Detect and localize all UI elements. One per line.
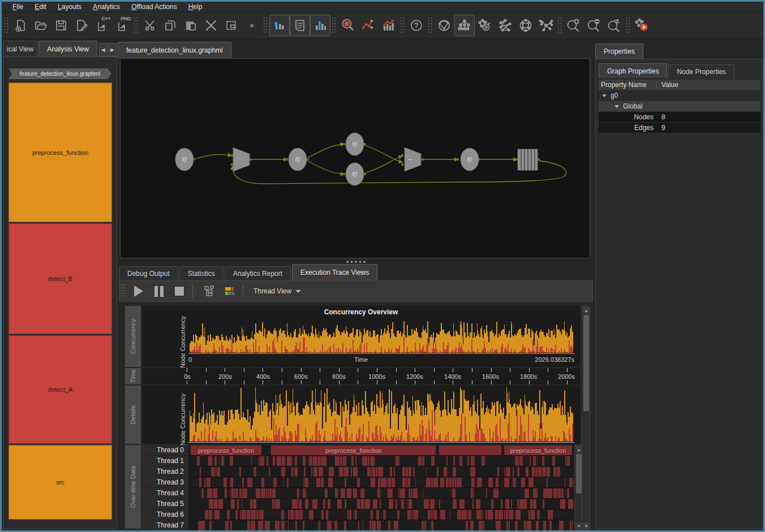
report-button[interactable] (290, 15, 310, 36)
stop-button[interactable] (171, 283, 188, 299)
details-concurrency-chart[interactable]: Node Concurrency (142, 386, 580, 444)
menu-analytics[interactable]: Analytics (88, 2, 125, 11)
trace-views-button[interactable] (269, 15, 290, 36)
tab-analysis-view[interactable]: Analysis View (38, 41, 97, 57)
thread-row-label[interactable]: Thread 0 (142, 445, 188, 456)
toolbar-grip[interactable] (400, 17, 405, 34)
section-band-concurrency[interactable]: Concurrency (125, 306, 141, 367)
tab-analytics-report[interactable]: Analytics Report (225, 266, 291, 280)
tab-debug-output[interactable]: Debug Output (119, 266, 178, 280)
graph-node-join[interactable] (405, 148, 421, 171)
zoom-in-button[interactable] (564, 15, 584, 36)
save-file-button[interactable] (51, 15, 71, 36)
menu-layouts[interactable]: Layouts (53, 2, 87, 11)
thread-timeline[interactable]: Thread 0 Thread 1 Thread 2 Thread 3 Thre… (142, 445, 580, 530)
toolbar-grip[interactable] (121, 284, 126, 299)
tab-scroll-left-button[interactable]: ◀ (99, 43, 108, 57)
toolbar-grip[interactable] (557, 17, 562, 34)
thread-gantt-rows[interactable] (190, 456, 573, 530)
thread-row-label[interactable]: Thread 4 (142, 488, 188, 499)
toolbar-grip[interactable] (428, 17, 433, 34)
section-band-overtime[interactable]: Over-time Data (125, 445, 141, 529)
thread-row-label[interactable]: Thread 6 (142, 509, 188, 520)
tab-hierarchical-view[interactable]: ical View (3, 41, 37, 57)
zoom-fit-button[interactable] (604, 15, 625, 36)
treemap-block-src[interactable]: src (8, 445, 112, 520)
help-button[interactable]: ? (406, 15, 427, 36)
graph-canvas[interactable]: f() f() f() f() f() – (120, 58, 590, 258)
property-row-edges[interactable]: Edges 9 (599, 123, 760, 133)
section-band-details[interactable]: Details (125, 386, 141, 444)
legend-colors-button[interactable] (221, 283, 238, 299)
property-row-global[interactable]: Global (599, 101, 760, 112)
treemap-block-preprocess_function[interactable]: preprocess_function (8, 83, 112, 222)
menu-edit[interactable]: Edit (29, 2, 51, 11)
thread-row-label[interactable]: Thread 7 (142, 520, 188, 530)
time-ruler[interactable]: 0s 200s 400s 600s 800s 1000s 1200s 1400s… (142, 368, 580, 384)
chart-button[interactable] (310, 15, 330, 36)
toolbar-grip[interactable] (4, 17, 9, 34)
treemap-block-detect_A[interactable]: detect_A (8, 335, 112, 444)
expander-icon[interactable] (614, 105, 619, 108)
copy-button[interactable] (160, 15, 180, 36)
open-file-button[interactable] (31, 15, 51, 36)
layout-radial-button[interactable] (536, 15, 556, 36)
toolbar-grip[interactable] (332, 17, 337, 34)
play-button[interactable] (130, 283, 147, 299)
export-cpp-button[interactable]: C++ (92, 15, 112, 36)
property-row-nodes[interactable]: Nodes 8 (599, 112, 760, 123)
pause-button[interactable] (151, 283, 167, 299)
scroll-down-icon[interactable]: ▼ (583, 522, 590, 529)
scrollbar-thumb[interactable] (576, 454, 582, 494)
expander-icon[interactable] (602, 94, 607, 97)
statistics-button[interactable] (379, 15, 399, 36)
new-file-button[interactable] (10, 15, 31, 36)
graph-node-limiter[interactable] (233, 148, 250, 171)
toolbar-grip[interactable] (626, 17, 631, 34)
concurrency-overview-chart[interactable]: Concurrency Overview Node Concurrency 0 … (142, 306, 580, 367)
paste-button[interactable] (180, 15, 201, 36)
menu-offload-actions[interactable]: Offload Actions (126, 2, 182, 11)
breadcrumb[interactable]: feature_detection_linux.graphml (8, 68, 111, 79)
section-band-time[interactable]: Time (125, 368, 141, 384)
thread0-task-block[interactable]: preprocess_function (191, 446, 263, 455)
run-graph-button[interactable] (632, 15, 652, 36)
layout-hierarchical-button[interactable] (454, 15, 475, 36)
layout-clustered-button[interactable] (515, 15, 536, 36)
edit-file-button[interactable] (71, 15, 92, 36)
debug-button[interactable] (338, 15, 358, 36)
thread-row-label[interactable]: Thread 3 (142, 477, 188, 488)
tab-properties[interactable]: Properties (595, 44, 643, 59)
scroll-up-icon[interactable]: ▲ (583, 307, 590, 314)
thread-scrollbar[interactable]: ▲ ▼ (574, 445, 582, 530)
layout-circular-button[interactable] (495, 15, 515, 36)
tab-execution-trace-views[interactable]: Execution Trace Views (292, 264, 377, 280)
delete-button[interactable] (201, 15, 221, 36)
table-header[interactable]: Property Name Value (599, 80, 760, 90)
export-png-button[interactable]: PNG (112, 15, 132, 36)
tab-graph-properties[interactable]: Graph Properties (599, 63, 667, 78)
tab-statistics[interactable]: Statistics (179, 266, 224, 280)
trace-scrollbar[interactable]: ▲ ▼ (582, 306, 590, 530)
menu-file[interactable]: File (7, 2, 28, 11)
thread-row-label[interactable]: Thread 2 (142, 466, 188, 477)
thread-view-dropdown[interactable]: Thread View (253, 287, 301, 295)
thread0-task-block[interactable] (439, 446, 502, 455)
task-tree-button[interactable] (201, 283, 218, 299)
tab-scroll-right-button[interactable]: ▶ (108, 43, 117, 57)
layout-sphere-button[interactable] (434, 15, 454, 36)
thread0-task-block[interactable]: preprocess_function (271, 446, 437, 455)
menu-help[interactable]: Help (183, 2, 208, 11)
critical-path-button[interactable] (358, 15, 379, 36)
layout-incremental-button[interactable] (475, 15, 495, 36)
thread0-gantt-row[interactable]: preprocess_functionpreprocess_functionpr… (190, 445, 573, 456)
treemap-block-detect_B[interactable]: detect_B (8, 223, 112, 334)
select-rect-button[interactable] (221, 15, 242, 36)
toolbar-grip[interactable] (263, 17, 268, 34)
tab-feature-detection-graphml[interactable]: feature_detection_linux.graphml (118, 42, 231, 58)
zoom-out-button[interactable] (584, 15, 604, 36)
thread-row-label[interactable]: Thread 1 (142, 456, 188, 466)
thread0-task-block[interactable]: preprocess_function (504, 446, 573, 455)
scrollbar-thumb[interactable] (583, 315, 589, 411)
thread-row-label[interactable]: Thread 5 (142, 499, 188, 509)
